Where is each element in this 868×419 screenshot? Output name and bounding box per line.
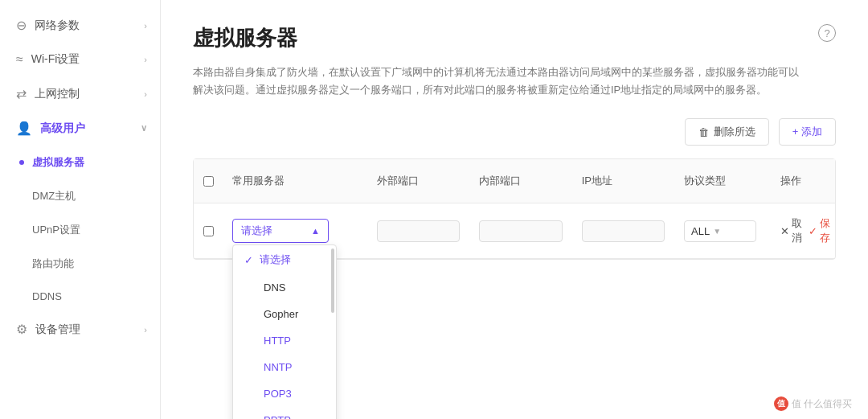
trash-icon: 🗑	[698, 126, 709, 138]
page-title: 虚拟服务器	[193, 24, 836, 52]
th-external-port: 外部端口	[367, 167, 469, 195]
sidebar-item-parental[interactable]: ⇄ 上网控制 ›	[0, 76, 160, 111]
network-icon: ⊖	[16, 18, 27, 33]
user-icon: 👤	[16, 121, 32, 136]
row-actions: ✕ 取消 ✓ 保存	[780, 216, 825, 245]
add-button[interactable]: + 添加	[779, 118, 836, 146]
external-port-input[interactable]	[377, 220, 460, 242]
dropdown-item-please-select[interactable]: ✓ 请选择	[233, 245, 336, 274]
sidebar-item-wifi[interactable]: ≈ Wi-Fi设置 ›	[0, 43, 160, 76]
dropdown-item-pptp[interactable]: PPTP	[233, 407, 336, 419]
ip-address-input[interactable]	[582, 220, 665, 242]
dropdown-item-dns[interactable]: DNS	[233, 274, 336, 301]
sidebar-item-dmz[interactable]: DMZ主机	[0, 179, 160, 213]
sidebar-item-device-management[interactable]: ⚙ 设备管理 ›	[0, 312, 160, 347]
internal-port-cell	[469, 216, 571, 247]
ip-address-cell	[572, 216, 674, 247]
protocol-dropdown-arrow-icon: ▼	[713, 227, 721, 236]
check-save-icon: ✓	[809, 225, 817, 237]
main-content: ? 虚拟服务器 本路由器自身集成了防火墙，在默认设置下广域网中的计算机将无法通过…	[161, 0, 868, 419]
th-ip-address: IP地址	[572, 167, 674, 195]
table-header: 常用服务器 外部端口 内部端口 IP地址 协议类型 操作	[194, 159, 835, 203]
check-icon: ✓	[244, 254, 253, 266]
row-checkbox-cell	[194, 220, 223, 242]
sidebar-item-advanced[interactable]: 👤 高级用户 ∨	[0, 111, 160, 146]
delete-selected-button[interactable]: 🗑 删除所选	[685, 118, 769, 146]
internal-port-input[interactable]	[479, 220, 562, 242]
sidebar: ⊖ 网络参数 › ≈ Wi-Fi设置 › ⇄ 上网控制 › 👤 高级用户 ∨ 虚…	[0, 0, 161, 419]
watermark-logo: 值	[774, 396, 788, 411]
dropdown-item-nntp[interactable]: NNTP	[233, 354, 336, 380]
th-common-server: 常用服务器	[223, 167, 367, 195]
dropdown-item-http[interactable]: HTTP	[233, 327, 336, 354]
cancel-button[interactable]: ✕ 取消	[780, 216, 802, 245]
th-checkbox	[194, 167, 223, 195]
dropdown-item-pop3[interactable]: POP3	[233, 380, 336, 407]
save-button[interactable]: ✓ 保存	[809, 216, 830, 245]
chevron-down-icon: ∨	[141, 123, 147, 134]
chevron-right-icon: ›	[144, 89, 147, 99]
row-checkbox[interactable]	[203, 225, 214, 237]
dropdown-arrow-icon: ▲	[311, 226, 320, 236]
protocol-cell: ALL ▼	[674, 216, 771, 247]
external-port-cell	[367, 216, 469, 247]
parental-icon: ⇄	[16, 86, 27, 101]
chevron-right-icon: ›	[144, 21, 147, 31]
toolbar: 🗑 删除所选 + 添加	[193, 118, 836, 146]
th-internal-port: 内部端口	[469, 167, 571, 195]
dropdown-item-gopher[interactable]: Gopher	[233, 301, 336, 327]
sidebar-item-ddns[interactable]: DDNS	[0, 281, 160, 312]
table-row: 请选择 ▲ ✓ 请选择 DNS	[194, 203, 835, 259]
sidebar-item-routing[interactable]: 路由功能	[0, 247, 160, 281]
sidebar-item-virtual-server[interactable]: 虚拟服务器	[0, 146, 160, 179]
th-protocol: 协议类型	[674, 167, 771, 195]
service-dropdown-trigger[interactable]: 请选择 ▲	[232, 219, 329, 243]
gear-icon: ⚙	[16, 322, 27, 337]
service-select-wrapper: 请选择 ▲ ✓ 请选择 DNS	[232, 219, 329, 243]
protocol-select[interactable]: ALL ▼	[684, 220, 756, 242]
action-cell: ✕ 取消 ✓ 保存	[771, 212, 835, 250]
x-icon: ✕	[780, 225, 789, 237]
chevron-right-icon: ›	[144, 55, 147, 64]
sidebar-item-network-params[interactable]: ⊖ 网络参数 ›	[0, 8, 160, 43]
watermark: 值 值 什么值得买	[774, 396, 852, 411]
select-all-checkbox[interactable]	[203, 175, 214, 187]
dropdown-scrollbar[interactable]	[331, 249, 334, 313]
th-action: 操作	[771, 167, 835, 195]
service-dropdown-menu: ✓ 请选择 DNS Gopher HTTP	[232, 244, 337, 419]
chevron-right-icon: ›	[144, 325, 147, 335]
page-description: 本路由器自身集成了防火墙，在默认设置下广域网中的计算机将无法通过本路由器访问局域…	[193, 64, 804, 99]
wifi-icon: ≈	[16, 52, 23, 67]
virtual-server-table: 常用服务器 外部端口 内部端口 IP地址 协议类型 操作	[193, 158, 836, 260]
sidebar-item-upnp[interactable]: UPnP设置	[0, 213, 160, 247]
help-button[interactable]: ?	[818, 24, 836, 42]
common-server-cell: 请选择 ▲ ✓ 请选择 DNS	[223, 214, 367, 248]
